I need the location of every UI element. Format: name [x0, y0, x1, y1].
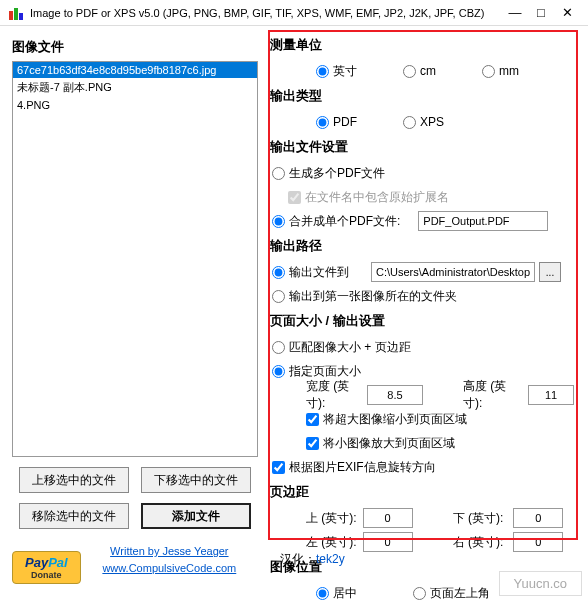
window-titlebar: Image to PDF or XPS v5.0 (JPG, PNG, BMP,…	[0, 0, 588, 26]
merge-single-radio[interactable]: 合并成单个PDF文件:	[272, 213, 400, 230]
list-item[interactable]: 67ce71b63df34e8c8d95be9fb8187c6.jpg	[13, 62, 257, 78]
output-path-input[interactable]	[371, 262, 535, 282]
height-label: 高度 (英寸):	[463, 378, 518, 412]
output-xps-radio[interactable]: XPS	[403, 115, 444, 129]
author-link[interactable]: Written by Jesse Yeager	[81, 543, 258, 560]
output-to-radio[interactable]: 输出文件到	[272, 264, 349, 281]
file-listbox[interactable]: 67ce71b63df34e8c8d95be9fb8187c6.jpg 未标题-…	[12, 61, 258, 457]
exif-checkbox[interactable]: 根据图片EXIF信息旋转方向	[272, 459, 436, 476]
margin-top-label: 上 (英寸):	[306, 510, 357, 527]
unit-inch-radio[interactable]: 英寸	[316, 63, 357, 80]
margin-top-input[interactable]	[363, 508, 413, 528]
include-ext-checkbox: 在文件名中包含原始扩展名	[288, 189, 449, 206]
output-type-header: 输出类型	[270, 87, 574, 105]
margin-left-label: 左 (英寸):	[306, 534, 357, 551]
minimize-button[interactable]: —	[502, 5, 528, 20]
enlarge-checkbox[interactable]: 将小图像放大到页面区域	[306, 435, 455, 452]
remove-button[interactable]: 移除选中的文件	[19, 503, 129, 529]
svg-rect-2	[19, 13, 23, 20]
unit-header: 测量单位	[270, 36, 574, 54]
list-item[interactable]: 未标题-7 副本.PNG	[13, 78, 257, 97]
svg-rect-0	[9, 11, 13, 20]
page-size-header: 页面大小 / 输出设置	[270, 312, 574, 330]
merge-filename-input[interactable]	[418, 211, 548, 231]
margin-header: 页边距	[270, 483, 574, 501]
output-pdf-radio[interactable]: PDF	[316, 115, 357, 129]
height-input[interactable]	[528, 385, 574, 405]
maximize-button[interactable]: □	[528, 5, 554, 20]
add-files-button[interactable]: 添加文件	[141, 503, 251, 529]
specify-page-radio[interactable]: 指定页面大小	[272, 363, 361, 380]
match-image-radio[interactable]: 匹配图像大小 + 页边距	[272, 339, 411, 356]
output-path-header: 输出路径	[270, 237, 574, 255]
unit-mm-radio[interactable]: mm	[482, 64, 519, 78]
watermark: Yuucn.co	[499, 571, 583, 596]
shrink-checkbox[interactable]: 将超大图像缩小到页面区域	[306, 411, 467, 428]
paypal-donate-button[interactable]: PayPal Donate	[12, 551, 81, 584]
translator-credit: 汉化：tek2y	[280, 551, 345, 568]
margin-bottom-label: 下 (英寸):	[453, 510, 504, 527]
output-file-header: 输出文件设置	[270, 138, 574, 156]
output-first-radio[interactable]: 输出到第一张图像所在的文件夹	[272, 288, 457, 305]
pos-topleft-radio[interactable]: 页面左上角	[413, 585, 490, 601]
browse-button[interactable]: ...	[539, 262, 561, 282]
pos-center-radio[interactable]: 居中	[316, 585, 357, 601]
unit-cm-radio[interactable]: cm	[403, 64, 436, 78]
list-item[interactable]: 4.PNG	[13, 97, 257, 113]
margin-left-input[interactable]	[363, 532, 413, 552]
width-label: 宽度 (英寸):	[306, 378, 361, 412]
move-down-button[interactable]: 下移选中的文件	[141, 467, 251, 493]
margin-right-input[interactable]	[513, 532, 563, 552]
margin-bottom-input[interactable]	[513, 508, 563, 528]
window-title: Image to PDF or XPS v5.0 (JPG, PNG, BMP,…	[30, 7, 502, 19]
margin-right-label: 右 (英寸):	[453, 534, 504, 551]
width-input[interactable]	[367, 385, 423, 405]
files-header: 图像文件	[12, 38, 258, 56]
website-link[interactable]: www.CompulsiveCode.com	[81, 560, 258, 577]
move-up-button[interactable]: 上移选中的文件	[19, 467, 129, 493]
app-icon	[8, 5, 24, 21]
svg-rect-1	[14, 8, 18, 20]
gen-multi-radio[interactable]: 生成多个PDF文件	[272, 165, 385, 182]
close-button[interactable]: ✕	[554, 5, 580, 20]
